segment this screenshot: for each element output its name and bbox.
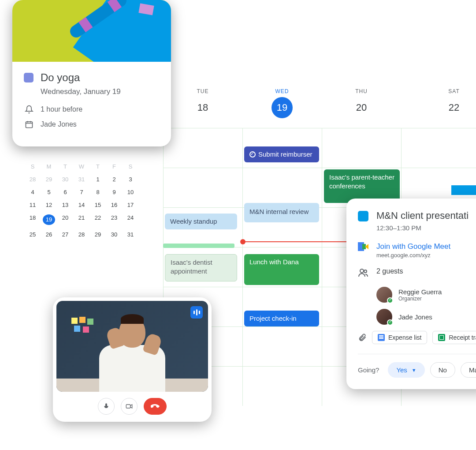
event-color-chip — [24, 73, 33, 82]
meet-url: meet.google.com/xyz — [376, 252, 450, 259]
bell-icon — [25, 105, 33, 114]
join-meet-link[interactable]: Join with Google Meet — [376, 242, 450, 251]
svg-point-3 — [364, 270, 367, 273]
going-label: Going? — [358, 366, 379, 374]
chevron-down-icon: ▼ — [412, 368, 416, 373]
owner-name: Jade Jones — [41, 120, 77, 128]
current-time-dot — [240, 239, 245, 244]
yoga-banner — [12, 0, 171, 62]
hangup-button[interactable] — [144, 398, 167, 415]
guests-icon — [358, 267, 368, 278]
event-card-yoga[interactable]: Do yoga Wednesday, January 19 1 hour bef… — [12, 0, 171, 146]
rsvp-yes-button[interactable]: Yes ▼ — [388, 362, 424, 378]
day-col-wed[interactable]: WED 19 — [242, 88, 322, 118]
event-title: Do yoga — [41, 71, 80, 84]
event-weekly-standup[interactable]: Weekly standup — [165, 214, 237, 229]
sheet-icon — [438, 334, 445, 341]
video-feed — [56, 301, 208, 392]
guest-item[interactable]: Reggie Guerra Organizer — [376, 287, 476, 303]
detail-time: 12:30–1:30 PM — [376, 224, 476, 232]
camera-button[interactable] — [121, 398, 138, 415]
event-parent-teacher[interactable]: Isaac's parent-teacher conferences — [324, 169, 400, 203]
video-call-card[interactable] — [53, 297, 212, 422]
event-mn-review[interactable]: M&N internal review — [244, 203, 319, 222]
day-col-sat[interactable]: SAT 22 — [414, 88, 476, 118]
doc-icon — [378, 334, 385, 341]
attachment-chip[interactable]: Expense list — [372, 331, 427, 344]
svg-point-2 — [360, 269, 364, 273]
guest-item[interactable]: Jade Jones — [376, 309, 476, 325]
google-meet-icon — [358, 242, 368, 251]
day-col-tue[interactable]: TUE 18 — [163, 88, 242, 118]
partial-event-stripe[interactable] — [451, 185, 476, 195]
rsvp-maybe-button[interactable]: Ma — [461, 362, 476, 378]
svg-rect-1 — [126, 405, 130, 408]
svg-rect-0 — [26, 122, 33, 128]
event-dentist[interactable]: Isaac's dentist appointment — [165, 254, 237, 281]
task-check-icon — [249, 151, 256, 158]
mic-button[interactable] — [98, 398, 115, 415]
avatar — [376, 287, 392, 303]
event-date: Wednesday, January 19 — [41, 87, 160, 96]
attachment-icon — [358, 333, 367, 342]
divider — [358, 354, 476, 354]
week-day-header: TUE 18 WED 19 THU 20 SAT 22 — [163, 88, 476, 118]
event-color-chip — [358, 211, 368, 221]
reminder-text: 1 hour before — [41, 105, 82, 113]
day-col-thu[interactable]: THU 20 — [322, 88, 401, 118]
event-submit-reimbursement[interactable]: Submit reimburser — [244, 146, 319, 162]
detail-title: M&N client presentati — [376, 210, 469, 221]
event-ghost-strip — [163, 244, 234, 248]
mini-today[interactable]: 19 — [43, 214, 55, 225]
avatar — [376, 309, 392, 325]
event-project-checkin[interactable]: Project check-in — [244, 311, 319, 326]
guests-count: 2 guests — [376, 267, 403, 275]
event-lunch[interactable]: Lunch with Dana — [244, 254, 319, 285]
calendar-icon — [25, 120, 33, 129]
attachment-chip[interactable]: Receipt tra — [432, 331, 476, 344]
speaking-indicator-icon — [190, 306, 203, 319]
event-detail-card[interactable]: M&N client presentati 12:30–1:30 PM Join… — [346, 199, 476, 389]
rsvp-no-button[interactable]: No — [430, 362, 455, 378]
mini-weekday-row: S M T W T F S — [26, 163, 137, 170]
mini-month-calendar[interactable]: S M T W T F S 28 29 30 31 1 2 3 4 5 6 7 … — [26, 163, 137, 244]
